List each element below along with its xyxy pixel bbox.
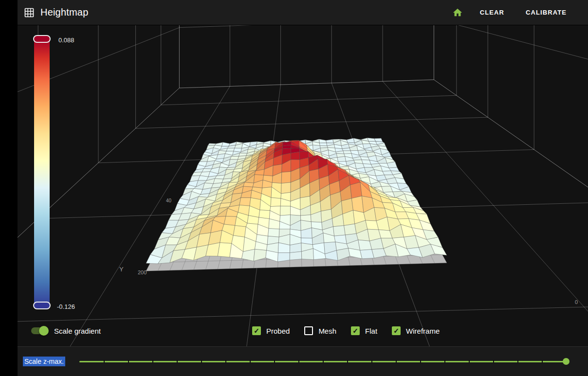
plot-area: Y200400 0.088 -0.126 Scale gradient ✓Pro…	[18, 25, 588, 346]
slider-tick	[444, 360, 445, 363]
footer-slider-bar: Scale z-max.	[18, 346, 588, 376]
header-actions: CLEAR CALIBRATE	[450, 4, 573, 20]
scale-zmax-label: Scale z-max.	[23, 357, 65, 366]
slider-tick	[493, 360, 494, 363]
slider-tick	[128, 360, 129, 363]
slider-tick	[323, 360, 324, 363]
slider-tick	[371, 360, 372, 363]
scale-zmax-slider[interactable]	[79, 357, 566, 366]
slider-tick	[225, 360, 226, 363]
slider-tick	[274, 360, 275, 363]
clear-button[interactable]: CLEAR	[473, 4, 511, 20]
svg-text:40: 40	[166, 198, 172, 203]
heightmap-3d-plot[interactable]: Y200400	[18, 25, 588, 346]
gradient-colorbar	[33, 35, 51, 309]
heightmap-grid-icon	[24, 8, 34, 18]
slider-thumb[interactable]	[563, 358, 570, 365]
slider-tick	[396, 360, 397, 363]
display-mode-checkboxes: ✓ProbedMesh✓Flat✓Wireframe	[252, 322, 440, 340]
slider-tick	[469, 360, 470, 363]
toggle-track[interactable]	[31, 327, 48, 334]
checkbox-probed[interactable]: ✓Probed	[252, 326, 290, 335]
colorbar-max-value: 0.088	[58, 36, 74, 44]
svg-text:200: 200	[138, 269, 147, 275]
toggle-thumb	[39, 326, 49, 336]
colorbar-max-cap	[33, 35, 51, 43]
checkbox-checked-icon: ✓	[392, 326, 401, 335]
home-button[interactable]	[450, 5, 465, 20]
checkbox-label: Mesh	[318, 327, 336, 335]
scale-gradient-label: Scale gradient	[54, 327, 101, 335]
checkbox-checked-icon: ✓	[252, 326, 261, 335]
calibrate-button[interactable]: CALIBRATE	[519, 4, 573, 20]
svg-text:0: 0	[575, 299, 578, 305]
checkbox-flat[interactable]: ✓Flat	[351, 326, 377, 335]
scale-gradient-toggle[interactable]: Scale gradient	[31, 322, 101, 340]
checkbox-label: Probed	[266, 327, 290, 335]
slider-tick	[177, 360, 178, 363]
checkbox-label: Flat	[365, 327, 377, 335]
slider-tick	[104, 360, 105, 363]
home-icon	[452, 7, 463, 18]
slider-track[interactable]	[79, 361, 566, 362]
checkbox-checked-icon: ✓	[351, 326, 360, 335]
slider-tick	[298, 360, 299, 363]
page-title: Heightmap	[40, 7, 89, 18]
slider-tick	[347, 360, 348, 363]
checkbox-unchecked-icon	[304, 326, 313, 335]
colorbar-min-value: -0.126	[57, 303, 75, 310]
slider-tick	[420, 360, 421, 363]
slider-tick	[517, 360, 518, 363]
header-bar: Heightmap CLEAR CALIBRATE	[18, 0, 588, 25]
probed-surface	[146, 138, 447, 264]
slider-tick	[152, 360, 153, 363]
checkbox-wireframe[interactable]: ✓Wireframe	[392, 326, 440, 335]
checkbox-label: Wireframe	[406, 327, 440, 335]
checkbox-mesh[interactable]: Mesh	[304, 326, 336, 335]
slider-tick	[201, 360, 202, 363]
slider-tick	[542, 360, 543, 363]
header-title-group: Heightmap	[24, 7, 89, 18]
colorbar-gradient	[34, 39, 50, 309]
colorbar-min-cap	[33, 302, 51, 309]
slider-tick	[250, 360, 251, 363]
svg-text:Y: Y	[119, 266, 124, 273]
